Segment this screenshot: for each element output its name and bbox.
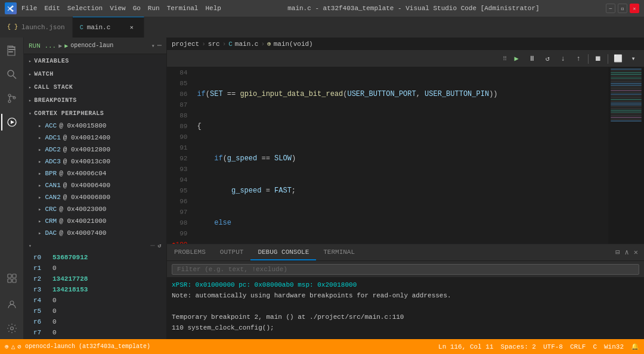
peripheral-crc[interactable]: ▸ CRC @ 0x40023000 bbox=[24, 203, 166, 215]
variables-section-header[interactable]: VARIABLES bbox=[24, 54, 166, 67]
debug-config-label[interactable]: openocd-laun bbox=[70, 42, 148, 49]
console-line-4: Temporary breakpoint 2, main () at ./pro… bbox=[172, 312, 639, 322]
breadcrumb: project › src › C main.c › ⊕ main(void) bbox=[167, 38, 644, 51]
toolbar-stop-icon[interactable]: ⏹ bbox=[592, 53, 604, 65]
status-debug-name[interactable]: openocd-launch (at32f403a_template) bbox=[25, 343, 150, 350]
run-label[interactable]: RUN ... bbox=[29, 42, 56, 49]
breadcrumb-mainfunc[interactable]: main(void) bbox=[274, 41, 313, 48]
status-notification-icon[interactable]: 🔔 bbox=[631, 343, 639, 350]
close-tab-icon[interactable]: ✕ bbox=[127, 23, 137, 32]
hex-toggle[interactable] bbox=[150, 245, 155, 246]
toolbar-step-into-icon[interactable]: ↑ bbox=[572, 53, 584, 65]
panel-tab-problems[interactable]: PROBLEMS bbox=[167, 244, 213, 260]
peripheral-crm[interactable]: ▸ CRM @ 0x40021000 bbox=[24, 215, 166, 227]
mm-28 bbox=[611, 117, 642, 118]
activity-search[interactable] bbox=[1, 64, 23, 85]
code-line-84: if(SET == gpio_input_data_bit_read(USER_… bbox=[197, 89, 603, 100]
menu-terminal[interactable]: Terminal bbox=[167, 5, 199, 12]
toolbar-square-icon[interactable]: ⬜ bbox=[612, 53, 624, 65]
panel-tab-output[interactable]: OUTPUT bbox=[213, 244, 251, 260]
refresh-registers-icon[interactable]: ↺ bbox=[157, 242, 162, 249]
status-error-icon[interactable]: ⊕ bbox=[5, 343, 9, 350]
panel-collapse-icon[interactable]: ∧ bbox=[624, 247, 630, 258]
status-encoding[interactable]: UTF-8 bbox=[543, 343, 563, 350]
activity-extensions[interactable] bbox=[1, 268, 23, 289]
breakpoints-section-header[interactable]: BREAKPOINTS bbox=[24, 94, 166, 107]
ln-85: 85 bbox=[172, 78, 187, 89]
menu-help[interactable]: Help bbox=[205, 5, 221, 12]
status-line-ending[interactable]: CRLF bbox=[570, 343, 586, 350]
status-language[interactable]: C bbox=[593, 343, 597, 350]
debug-more-icon[interactable]: ⋯ bbox=[157, 41, 162, 50]
breadcrumb-src[interactable]: src bbox=[208, 41, 220, 48]
close-button[interactable]: ✕ bbox=[630, 4, 639, 13]
panel-filter-bar bbox=[167, 261, 644, 278]
menu-view[interactable]: View bbox=[110, 5, 125, 12]
code-content[interactable]: if(SET == gpio_input_data_bit_read(USER_… bbox=[192, 67, 608, 244]
panel-filter-icon[interactable]: ⊟ bbox=[614, 247, 621, 258]
breadcrumb-project[interactable]: project bbox=[172, 41, 199, 48]
peripheral-can1[interactable]: ▸ CAN1 @ 0x40006400 bbox=[24, 179, 166, 191]
run-play-icon[interactable]: ▶ bbox=[64, 42, 68, 49]
cortex-peripherals-section-header[interactable]: CORTEX PERIPHERALS bbox=[24, 107, 166, 120]
status-bar: ⊕ △ ⊘ openocd-launch (at32f403a_template… bbox=[0, 339, 644, 354]
r3-value[interactable]: 134218153 bbox=[52, 286, 88, 293]
code-line-85: { bbox=[197, 121, 603, 132]
peripheral-acc[interactable]: ▸ ACC @ 0x40015800 bbox=[24, 120, 166, 132]
activity-settings[interactable] bbox=[1, 318, 23, 339]
breadcrumb-mainc[interactable]: main.c bbox=[235, 41, 259, 48]
menu-go[interactable]: Go bbox=[133, 5, 141, 12]
menu-edit[interactable]: Edit bbox=[44, 5, 60, 12]
minimize-button[interactable]: ─ bbox=[606, 4, 615, 13]
peripheral-can2[interactable]: ▸ CAN2 @ 0x40006800 bbox=[24, 191, 166, 203]
watch-section-header[interactable]: WATCH bbox=[24, 67, 166, 80]
tab-main-c[interactable]: C main.c ✕ bbox=[73, 17, 144, 38]
status-spaces[interactable]: Spaces: 2 bbox=[501, 343, 536, 350]
status-warning-icon[interactable]: △ bbox=[11, 343, 16, 350]
toolbar-restart-icon[interactable]: ↺ bbox=[541, 53, 553, 65]
activity-account[interactable] bbox=[1, 294, 23, 315]
peripheral-dac[interactable]: ▸ DAC @ 0x40007400 bbox=[24, 227, 166, 239]
mm-26 bbox=[611, 113, 642, 114]
menu-run[interactable]: Run bbox=[148, 5, 160, 12]
toolbar-run-icon[interactable]: ▶ bbox=[510, 53, 522, 65]
status-info-icon[interactable]: ⊘ bbox=[17, 343, 21, 350]
cortex-registers-section-header[interactable]: ↺ bbox=[24, 239, 166, 252]
callstack-section-header[interactable]: CALL STACK bbox=[24, 80, 166, 94]
register-r3: r3 134218153 bbox=[24, 284, 166, 295]
toolbar-step-over-icon[interactable]: ↓ bbox=[557, 53, 569, 65]
panel-tab-terminal[interactable]: TERMINAL bbox=[316, 244, 362, 260]
maximize-button[interactable]: ◻ bbox=[618, 4, 627, 13]
tab-launch-json[interactable]: { } launch.json bbox=[0, 17, 73, 38]
activity-debug[interactable] bbox=[1, 111, 23, 133]
filter-input[interactable] bbox=[172, 264, 639, 275]
peripheral-adc2[interactable]: ▸ ADC2 @ 0x40012800 bbox=[24, 144, 166, 156]
toolbar-more-icon[interactable]: ▾ bbox=[627, 53, 639, 65]
panel-tab-debug-console[interactable]: DEBUG CONSOLE bbox=[250, 244, 316, 260]
r0-value[interactable]: 536870912 bbox=[52, 254, 88, 261]
mm-9 bbox=[611, 83, 642, 84]
adc3-name: ADC3 bbox=[45, 158, 60, 165]
status-platform[interactable]: Win32 bbox=[604, 343, 624, 350]
code-editor[interactable]: 84 85 86 87 88 89 90 91 92 93 94 95 96 9… bbox=[167, 67, 644, 244]
register-r2: r2 134217728 bbox=[24, 274, 166, 284]
peripheral-bpr[interactable]: ▸ BPR @ 0x40006c04 bbox=[24, 167, 166, 179]
panel-content[interactable]: xPSR: 0x01000000 pc: 0x08000ab0 msp: 0x2… bbox=[167, 278, 644, 339]
activity-source-control[interactable] bbox=[1, 88, 23, 109]
status-icons: ⊕ △ ⊘ bbox=[5, 343, 21, 350]
toolbar-pause-icon[interactable]: ⏸ bbox=[526, 53, 538, 65]
menu-file[interactable]: File bbox=[21, 5, 37, 12]
menu-selection[interactable]: Selection bbox=[67, 5, 103, 12]
mm-16 bbox=[611, 95, 642, 97]
peripheral-adc3[interactable]: ▸ ADC3 @ 0x40013c00 bbox=[24, 156, 166, 167]
acc-name: ACC bbox=[45, 122, 57, 129]
menu-bar[interactable]: File Edit Selection View Go Run Terminal… bbox=[21, 5, 221, 12]
ln-97: 97 bbox=[172, 207, 187, 218]
status-position[interactable]: Ln 116, Col 11 bbox=[438, 343, 493, 350]
peripheral-adc1[interactable]: ▸ ADC1 @ 0x40012400 bbox=[24, 132, 166, 144]
r2-name: r2 bbox=[33, 275, 50, 282]
r2-value[interactable]: 134217728 bbox=[52, 275, 88, 282]
debug-config-chevron[interactable]: ▾ bbox=[151, 42, 155, 49]
panel-close-icon[interactable]: ✕ bbox=[633, 247, 639, 258]
activity-explorer[interactable] bbox=[1, 40, 23, 61]
